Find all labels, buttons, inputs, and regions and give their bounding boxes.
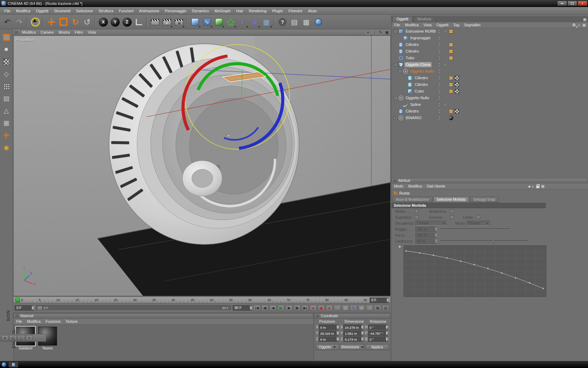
visibility-dots[interactable] bbox=[436, 29, 442, 33]
viewport-menu-item[interactable]: Filtro bbox=[72, 30, 85, 34]
next-key-button[interactable] bbox=[294, 305, 301, 311]
menu-item[interactable]: Personaggio bbox=[162, 7, 189, 15]
uv-mode-button[interactable] bbox=[1, 118, 11, 128]
objects-menu-item[interactable]: Segnalibri bbox=[462, 23, 483, 27]
object-label[interactable]: Ingranaggio bbox=[409, 35, 432, 41]
materials-menu-item[interactable]: File bbox=[14, 319, 24, 323]
tag-icon[interactable] bbox=[455, 76, 459, 80]
perspective-viewport[interactable]: Y X Z Prospettiva bbox=[13, 35, 391, 296]
materials-header[interactable]: Materiali bbox=[14, 313, 313, 319]
next-frame-button[interactable] bbox=[286, 305, 293, 311]
menu-item[interactable]: File bbox=[1, 7, 13, 15]
visibility-dots[interactable] bbox=[436, 76, 442, 80]
visibility-dots[interactable] bbox=[436, 103, 442, 107]
apply-button[interactable]: Applica bbox=[365, 344, 389, 350]
restore-window-button[interactable]: ◱ bbox=[9, 335, 17, 341]
attribute-tab[interactable]: Selezione Morbida bbox=[433, 197, 469, 203]
materials-menu-item[interactable]: Modifica bbox=[24, 319, 43, 323]
enable-check-icon[interactable]: ✓ bbox=[442, 29, 449, 34]
lock-z-axis-button[interactable]: Z bbox=[121, 16, 133, 28]
texture-mode-button[interactable] bbox=[1, 57, 11, 67]
visibility-dots[interactable] bbox=[436, 49, 442, 53]
value-spinner[interactable] bbox=[434, 233, 437, 237]
home-icon[interactable] bbox=[578, 22, 580, 27]
larghezza-field[interactable]: 50 % bbox=[415, 239, 437, 244]
workplane-mode-button[interactable] bbox=[1, 69, 11, 79]
graph-expand-icon[interactable]: ▶ bbox=[399, 245, 401, 248]
menu-item[interactable]: Rendering bbox=[246, 7, 270, 15]
make-editable-button[interactable] bbox=[1, 32, 11, 42]
panel-grip[interactable] bbox=[15, 314, 19, 318]
object-label[interactable]: Cilindro bbox=[405, 49, 420, 54]
value-spinner[interactable] bbox=[434, 239, 437, 243]
coordinates-header[interactable]: Coordinate bbox=[314, 313, 390, 319]
expander-icon[interactable]: - bbox=[394, 96, 398, 100]
panel-grip[interactable] bbox=[15, 31, 18, 34]
larghezza-slider[interactable] bbox=[440, 240, 527, 241]
gomma-checkbox[interactable] bbox=[450, 215, 454, 219]
menu-item[interactable]: Hair bbox=[233, 7, 246, 15]
anteprima-checkbox[interactable]: ✓ bbox=[450, 209, 454, 213]
move-tool[interactable] bbox=[46, 16, 57, 28]
tag-icon[interactable] bbox=[455, 82, 459, 87]
redo-button[interactable] bbox=[13, 16, 25, 28]
object-label[interactable]: Tubo bbox=[405, 55, 415, 61]
viewport-3d-scene[interactable]: Y X Z bbox=[14, 36, 390, 296]
viewport-menu-item[interactable]: Vista bbox=[85, 30, 98, 34]
start-frame-spinner[interactable] bbox=[31, 306, 34, 310]
help-button[interactable] bbox=[276, 16, 288, 28]
add-primitive-button[interactable] bbox=[189, 16, 201, 28]
tree-row[interactable]: Tubo bbox=[392, 55, 588, 61]
value-spinner[interactable] bbox=[336, 337, 339, 341]
tag-icon[interactable] bbox=[455, 109, 459, 114]
history-back-icon[interactable]: ◀ bbox=[528, 185, 530, 188]
menu-item[interactable]: Oggetti bbox=[33, 7, 51, 15]
history-forward-icon[interactable]: ▶ bbox=[532, 185, 534, 188]
object-label[interactable]: Cilindro bbox=[405, 109, 420, 114]
xpresso-button[interactable] bbox=[288, 16, 300, 28]
lock-icon[interactable] bbox=[536, 186, 539, 188]
visibility-dots[interactable] bbox=[436, 109, 442, 113]
value-spinner[interactable] bbox=[361, 331, 364, 335]
last-tool-button[interactable] bbox=[81, 16, 93, 28]
menu-item[interactable]: Animazione bbox=[136, 7, 162, 15]
tag-icon[interactable] bbox=[455, 89, 459, 94]
previous-frame-button[interactable] bbox=[270, 305, 276, 311]
tree-row[interactable]: - Oggetto Nullo bbox=[392, 68, 588, 75]
points-mode-button[interactable] bbox=[1, 81, 11, 91]
coordinate-object-dropdown[interactable]: Oggetto bbox=[316, 344, 339, 350]
raggio-slider[interactable] bbox=[440, 229, 510, 230]
window-menu-button[interactable]: ≡ bbox=[1, 335, 9, 341]
goto-end-button[interactable] bbox=[302, 305, 309, 311]
key-rotation-toggle[interactable] bbox=[350, 305, 357, 311]
tree-row[interactable]: + BINARIO bbox=[392, 115, 588, 121]
tree-row[interactable]: Cilindro bbox=[392, 75, 588, 81]
raggio-field[interactable]: 100 m bbox=[415, 227, 437, 232]
snap-settings-button[interactable] bbox=[1, 143, 11, 152]
viewport-menu-item[interactable]: Camere bbox=[38, 30, 56, 34]
visibility-dots[interactable] bbox=[436, 63, 442, 67]
coordinate-system-button[interactable] bbox=[133, 16, 145, 28]
value-spinner[interactable] bbox=[336, 325, 339, 329]
add-spline-button[interactable] bbox=[201, 16, 213, 28]
start-button[interactable] bbox=[1, 362, 7, 367]
rotate-tool[interactable] bbox=[69, 16, 81, 28]
wheel-model[interactable] bbox=[109, 44, 299, 244]
position-field[interactable]: 28.116 m bbox=[319, 330, 339, 336]
autokey-button[interactable] bbox=[318, 305, 325, 311]
object-label[interactable]: Cilindro bbox=[414, 75, 429, 81]
object-axis-mode-button[interactable] bbox=[1, 130, 11, 140]
tree-row[interactable]: Cubo bbox=[392, 88, 588, 95]
panel-tab[interactable]: Struttura bbox=[413, 16, 435, 22]
add-nurbs-button[interactable] bbox=[213, 16, 225, 28]
forza-field[interactable]: 100 % bbox=[415, 233, 437, 238]
render-view-button[interactable] bbox=[149, 16, 161, 28]
limita-checkbox[interactable] bbox=[476, 215, 480, 219]
rotate-view-icon[interactable] bbox=[378, 30, 383, 35]
object-label[interactable]: Estrusione NURBS bbox=[405, 29, 436, 34]
menu-item[interactable]: Modifica bbox=[13, 7, 33, 15]
value-spinner[interactable] bbox=[385, 325, 388, 329]
value-spinner[interactable] bbox=[385, 337, 388, 341]
menu-item[interactable]: Finestre bbox=[286, 7, 305, 15]
playback-options-button[interactable] bbox=[374, 305, 381, 311]
